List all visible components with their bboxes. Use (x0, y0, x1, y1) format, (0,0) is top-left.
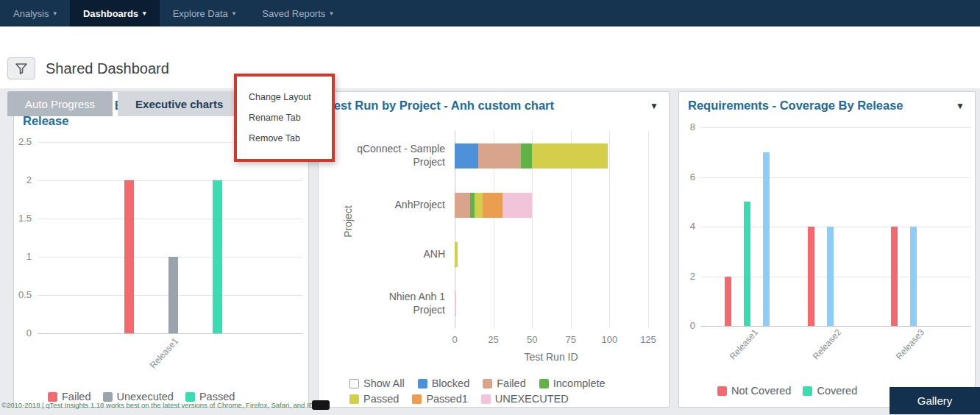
bar-segment-blocked (455, 143, 478, 169)
nav-item-label: Dashboards (83, 8, 138, 19)
nav-item-dashboards[interactable]: Dashboards▾ (70, 0, 160, 26)
legend-item-passed: Passed (349, 393, 399, 405)
x-tick-label: 125 (637, 334, 659, 345)
funnel-icon (15, 63, 27, 74)
bar-segment-failed (455, 193, 470, 218)
chart-dropdown-caret[interactable]: ▼ (650, 101, 658, 111)
chevron-down-icon: ▾ (330, 10, 333, 17)
menu-item-rename-tab[interactable]: Rename Tab (237, 107, 332, 128)
filter-button[interactable] (7, 57, 35, 79)
legend-label: Blocked (432, 377, 470, 389)
legend-item-incomplete: Incomplete (539, 377, 606, 389)
page-header: Shared Dashboard Auto ProgressExecutive … (0, 26, 980, 90)
chevron-down-icon: ▾ (232, 10, 236, 17)
y-tick-label: 1 (26, 251, 32, 262)
chart-legend: Show AllBlockedFailedIncompletePassedPas… (349, 377, 645, 405)
gridline (701, 127, 970, 128)
tab-auto-progress[interactable]: Auto Progress (7, 91, 113, 116)
legend-label: Not Covered (731, 385, 791, 397)
bar-covered (744, 202, 750, 326)
menu-item-remove-tab[interactable]: Remove Tab (237, 128, 332, 149)
legend-label: UNEXECUTED (495, 393, 569, 405)
gridline (38, 333, 302, 334)
chevron-down-icon: ▾ (143, 10, 146, 17)
legend-item-not-covered: Not Covered (717, 385, 791, 397)
x-category-label: Release1 (146, 333, 183, 373)
gallery-button[interactable]: Gallery (890, 387, 980, 414)
top-navbar: Analysis▾Dashboards▾Explore Data▾Saved R… (0, 0, 980, 26)
bar-not-covered (808, 227, 814, 326)
nav-item-analysis[interactable]: Analysis▾ (0, 0, 70, 26)
legend-swatch (803, 386, 812, 396)
bar-not-covered (891, 227, 898, 326)
x-category-label: Release1 (725, 324, 763, 364)
coverage-plot: 02468Release1Release2Release3 (701, 127, 970, 326)
x-tick-label: 50 (521, 334, 543, 345)
chart-legend: Not CoveredCovered (717, 385, 857, 397)
legend-label: Covered (817, 385, 857, 397)
legend-label: Show All (363, 377, 405, 389)
gridline (701, 227, 970, 227)
horizontal-scrollbar-thumb[interactable] (312, 400, 330, 410)
bar-segment-passed (455, 242, 458, 267)
bar-not-covered (725, 277, 731, 327)
legend-swatch (418, 379, 427, 389)
bar-series-3 (910, 227, 917, 326)
bar-series-3 (827, 227, 834, 326)
x-tick-label: 25 (483, 334, 505, 345)
menu-item-change-layout[interactable]: Change Layout (237, 87, 332, 107)
footer-text: ©2010-2018 | qTest Insights 1.18 works b… (1, 401, 323, 409)
legend-swatch (412, 394, 422, 404)
legend-item-covered: Covered (803, 385, 857, 397)
x-axis-label: Test Run ID (503, 351, 599, 363)
legend-item-passed1: Passed1 (412, 393, 467, 405)
bar-segment-failed (478, 143, 522, 169)
y-tick-label: 2 (26, 174, 32, 185)
chart-title: Requirements - Coverage By Release (688, 98, 903, 113)
test-run-plot: 0255075100125 (455, 131, 648, 328)
x-category-label: Release3 (892, 324, 929, 364)
legend-swatch (349, 394, 359, 404)
gridline (609, 131, 610, 328)
legend-swatch (717, 386, 727, 396)
nav-item-label: Saved Reports (262, 8, 325, 19)
category-label-anhproject: AnhProject (355, 180, 445, 230)
bar-segment-passed1 (483, 193, 503, 218)
tab-context-menu: Change LayoutRename TabRemove Tab (234, 74, 335, 162)
gridline (701, 277, 970, 277)
legend-label: Incomplete (553, 377, 606, 389)
nav-item-label: Analysis (13, 8, 49, 19)
bar-segment-incomplete (521, 143, 532, 169)
tab-executive-charts[interactable]: Executive charts⚙ (118, 91, 249, 116)
y-tick-label: 8 (690, 121, 695, 132)
page-title: Shared Dashboard (46, 60, 169, 77)
gridline (38, 219, 302, 219)
bar-series-3 (763, 152, 770, 326)
bar-segment-unexecuted (503, 193, 532, 218)
category-label-anh: ANH (355, 230, 445, 279)
legend-swatch (481, 394, 491, 404)
x-tick-label: 75 (560, 334, 582, 345)
x-tick-label: 0 (444, 334, 466, 345)
category-label-qconnect-sample-project: qConnect - Sample Project (355, 131, 445, 180)
legend-item-failed: Failed (483, 377, 526, 389)
bar-unexecuted (168, 257, 178, 333)
nav-item-saved-reports[interactable]: Saved Reports▾ (249, 0, 347, 26)
nav-item-explore-data[interactable]: Explore Data▾ (160, 0, 249, 26)
category-label-nhien-anh-1-project: Nhien Anh 1 Project (355, 279, 445, 328)
legend-swatch (103, 392, 113, 402)
bar-passed (213, 180, 222, 333)
chart-title: Test Run by Project - Anh custom chart (327, 98, 554, 113)
legend-swatch (483, 379, 492, 389)
x-tick-label: 100 (598, 334, 620, 345)
gridline (648, 131, 649, 328)
legend-swatch (48, 392, 57, 402)
y-tick-label: 2.5 (18, 136, 32, 147)
legend-swatch (539, 379, 549, 389)
dashboard-tabs: Auto ProgressExecutive charts⚙ (7, 91, 249, 116)
panel-test-run-by-project: Test Run by Project - Anh custom chart ▼… (318, 91, 670, 408)
chart-dropdown-caret[interactable]: ▼ (956, 101, 965, 111)
legend-item-show-all[interactable]: Show All (349, 377, 405, 389)
gridline (38, 180, 302, 181)
y-tick-label: 6 (690, 171, 695, 182)
